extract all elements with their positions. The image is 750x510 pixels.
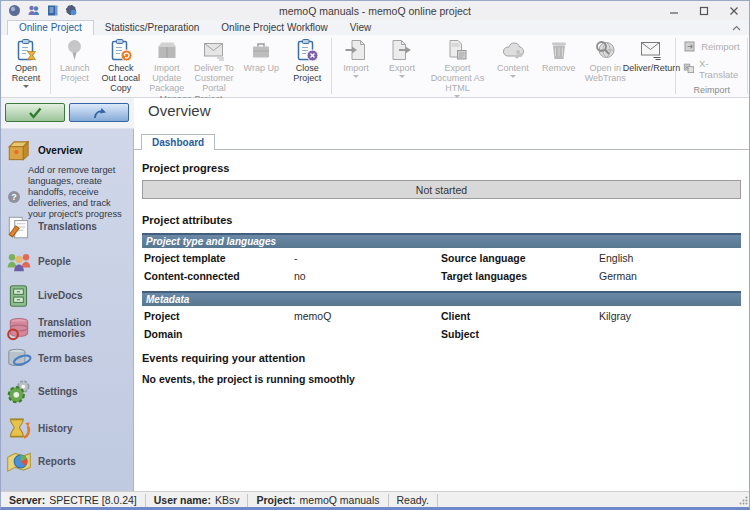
close-project-icon <box>295 38 319 62</box>
sidebar-item-translation-memories[interactable]: Translation memories <box>1 313 134 343</box>
tab-view[interactable]: View <box>339 21 383 35</box>
close-project-button[interactable]: Close Project <box>284 37 330 83</box>
ribbon-button-label: Deliver/Return <box>623 63 681 73</box>
attr-value: - <box>294 252 441 264</box>
project-progress-bar: Not started <box>142 180 741 199</box>
tab-dashboard[interactable]: Dashboard <box>141 134 215 150</box>
ribbon-button-label: Open in WebTrans <box>585 63 626 83</box>
attr-label: Project template <box>144 252 294 264</box>
ribbon-button-label: Open Recent <box>6 63 46 83</box>
attr-label: Source language <box>441 252 599 264</box>
export-button[interactable]: Export <box>379 37 425 78</box>
import-update-package-icon <box>155 38 179 62</box>
tab-online-project[interactable]: Online Project <box>7 20 94 35</box>
header-strip: Overview <box>1 98 749 129</box>
ribbon: Open Recent Launch Project Check Out Loc… <box>1 35 749 98</box>
attr-value: English <box>599 252 741 264</box>
status-label: Server: <box>9 494 45 506</box>
open-recent-button[interactable]: Open Recent <box>3 37 49 88</box>
resize-grip[interactable] <box>739 495 748 507</box>
help-icon[interactable]: ? <box>8 191 20 203</box>
close-button[interactable] <box>719 1 749 20</box>
check-out-local-copy-icon <box>109 38 133 62</box>
events-message: No events, the project is running smooth… <box>142 373 741 385</box>
attr-label: Domain <box>144 328 294 340</box>
translations-icon <box>5 213 33 239</box>
export-document-as-html-button[interactable]: Export Document As HTML <box>425 37 490 98</box>
deliver-return-button[interactable]: Deliver/Return <box>628 37 674 73</box>
attr-label: Content-connected <box>144 270 294 282</box>
sidebar-item-label: History <box>38 423 72 434</box>
sidebar-item-history[interactable]: History <box>1 413 134 443</box>
reports-icon <box>5 448 33 474</box>
open-in-webtrans-button[interactable]: Open in WebTrans <box>582 37 629 83</box>
remove-icon <box>547 38 571 62</box>
wrap-up-button[interactable]: Wrap Up <box>238 37 284 73</box>
import-update-package-button[interactable]: Import Update Package <box>144 37 190 93</box>
remove-button[interactable]: Remove <box>536 37 582 73</box>
ribbon-group-open-recent: Open Recent <box>3 35 49 97</box>
ribbon-separator <box>675 38 676 94</box>
ribbon-separator <box>50 38 51 94</box>
sidebar-item-label: Translation memories <box>38 317 134 339</box>
reimport-button[interactable]: Reimport <box>683 39 740 53</box>
memoq-logo-icon[interactable] <box>8 4 21 17</box>
sidebar-item-settings[interactable]: Settings <box>1 376 134 406</box>
sidebar-item-livedocs[interactable]: LiveDocs <box>1 280 134 310</box>
sidebar-item-label: Overview <box>38 145 82 156</box>
sidebar-item-overview[interactable]: Overview <box>1 135 134 165</box>
check-out-local-copy-button[interactable]: Check Out Local Copy <box>98 37 144 93</box>
attr-label: Subject <box>441 328 599 340</box>
minimize-button[interactable] <box>659 1 689 20</box>
maximize-button[interactable] <box>689 1 719 20</box>
resource-console-icon[interactable] <box>46 4 59 17</box>
status-project: Project: memoQ manuals <box>248 494 388 507</box>
sidebar-item-reports[interactable]: Reports <box>1 446 134 476</box>
launch-project-icon <box>63 38 87 62</box>
sidebar-item-people[interactable]: People <box>1 246 134 276</box>
tab-online-project-workflow[interactable]: Online Project Workflow <box>210 21 339 35</box>
server-administrator-icon[interactable] <box>65 4 78 17</box>
ok-button[interactable] <box>5 103 65 122</box>
ribbon-tab-row: Online Project Statistics/Preparation On… <box>1 20 749 35</box>
project-progress-heading: Project progress <box>142 162 741 174</box>
attribute-row: Domain Subject <box>142 326 741 342</box>
reimport-icon <box>683 39 697 53</box>
term-bases-icon <box>5 345 33 371</box>
ribbon-separator <box>747 38 748 94</box>
dropdown-caret-icon <box>510 75 516 78</box>
ribbon-button-label: Export Document As HTML <box>428 63 487 93</box>
status-ready: Ready. <box>389 494 439 507</box>
collapse-ribbon-icon[interactable] <box>732 22 741 34</box>
content-icon <box>501 38 525 62</box>
attribute-row: Project template - Source language Engli… <box>142 250 741 266</box>
sidebar-item-translations[interactable]: Translations <box>1 211 134 241</box>
ribbon-group-manage-project: Launch Project Check Out Local Copy Impo… <box>52 35 331 97</box>
sidebar-item-label: Term bases <box>38 353 93 364</box>
ribbon-group-reimport: Reimport X-Translate Reimport <box>677 35 746 97</box>
status-bar: Server: SPECTRE [8.0.24] User name: KBsv… <box>1 491 749 508</box>
launch-project-button[interactable]: Launch Project <box>52 37 98 83</box>
attr-value: no <box>294 270 441 282</box>
import-button[interactable]: Import <box>333 37 379 78</box>
events-heading: Events requiring your attention <box>142 352 741 364</box>
sidebar-item-term-bases[interactable]: Term bases <box>1 343 134 373</box>
ribbon-button-label: Deliver To Customer Portal <box>193 63 236 93</box>
ribbon-group-label: Reimport <box>677 84 746 97</box>
attr-label: Target languages <box>441 270 599 282</box>
status-server: Server: SPECTRE [8.0.24] <box>1 494 146 507</box>
overview-icon <box>5 137 33 163</box>
tab-statistics-preparation[interactable]: Statistics/Preparation <box>94 21 211 35</box>
ribbon-group-document: Import Export Export Document As HTML Co… <box>333 35 675 97</box>
status-label: Project: <box>256 494 295 506</box>
attribute-row: Content-connected no Target languages Ge… <box>142 268 741 284</box>
people-icon <box>5 248 33 274</box>
manage-users-icon[interactable] <box>27 4 40 17</box>
deliver-to-customer-portal-button[interactable]: Deliver To Customer Portal <box>190 37 239 93</box>
export-icon <box>390 38 414 62</box>
x-translate-button[interactable]: X-Translate <box>683 58 740 80</box>
dropdown-caret-icon <box>353 75 359 78</box>
x-translate-icon <box>683 62 695 76</box>
content-button[interactable]: Content <box>490 37 536 78</box>
switch-view-button[interactable] <box>69 103 129 122</box>
